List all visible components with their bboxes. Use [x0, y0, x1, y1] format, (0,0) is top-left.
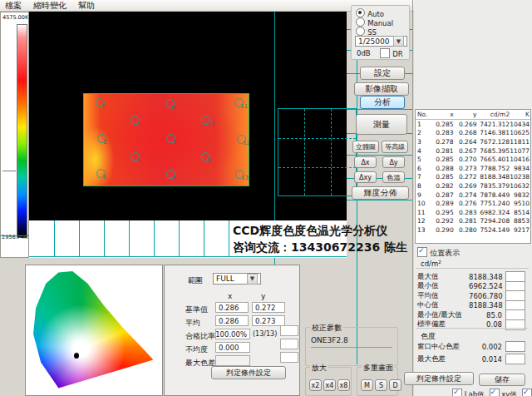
measure-point-number: 9 [207, 157, 210, 164]
stat-value: 8188.348 [469, 273, 502, 281]
table-row[interactable]: 40.2810.2677685.39511077 [416, 146, 530, 156]
settings-button[interactable]: 設定 [360, 67, 405, 80]
measure-point[interactable]: 2 [97, 134, 106, 143]
measure-point[interactable]: 10 [201, 116, 210, 125]
table-cell: 10632 [510, 182, 530, 190]
table-cell: 0.264 [454, 138, 477, 146]
multiview-S-button[interactable]: S [375, 379, 387, 391]
table-row[interactable]: 90.2870.2747878.4499832 [416, 191, 530, 200]
measure-point[interactable]: 8 [166, 170, 175, 179]
table-row[interactable]: 30.2780.2647672.12811811 [416, 137, 530, 146]
measure-point[interactable]: 6 [165, 99, 175, 108]
measure-point-number: 8 [172, 175, 175, 181]
range-label: 範圍 [188, 275, 203, 286]
table-cell: 6982.324 [476, 209, 510, 216]
colorbar-panel: 4575.00K 2956.74K [0, 12, 29, 258]
range-x-field: 0.286 [215, 315, 249, 326]
result-box [280, 352, 298, 363]
menu-item[interactable]: 縮時變化 [33, 0, 66, 12]
table-cell: 7788.752 [476, 165, 510, 172]
luminance-dist-button[interactable]: 輝度分佈 [352, 186, 409, 200]
table-row[interactable]: 120.2920.2817294.2088853 [416, 217, 530, 226]
table-row[interactable]: 130.2900.2807524.1499217 [416, 225, 530, 235]
pass-count: (13/13) [253, 330, 277, 338]
analyze-button[interactable]: 分析 [360, 96, 405, 109]
multiview-groupbox: 多重畫面 MSD [357, 367, 398, 396]
dr-checkbox[interactable]: DR [380, 48, 403, 58]
zoom-x8-button[interactable]: x8 [337, 379, 350, 391]
table-cell: 11077 [510, 147, 530, 155]
contour-button[interactable]: 等高線 [382, 141, 408, 153]
table-row[interactable]: 50.2850.2707665.40110416 [416, 155, 530, 164]
chroma-value: 0.014 [469, 355, 502, 364]
measure-point[interactable]: 4 [131, 152, 140, 161]
measure-button[interactable]: 測量 [356, 114, 407, 135]
watermark-line2: 咨询交流：13430672236 陈生 [233, 239, 407, 255]
delta-x-button[interactable]: Δx [354, 156, 377, 168]
table-row[interactable]: 80.2820.2697835.37910632 [416, 181, 530, 191]
measure-point-number: 6 [171, 104, 175, 111]
shutter-value: 1/25000 [358, 37, 389, 46]
overlay-hline [347, 200, 413, 200]
delta-xy-button[interactable]: Δxy [354, 171, 377, 183]
measure-point[interactable]: 7 [166, 134, 175, 143]
stat-value: 85.0 [469, 311, 502, 319]
zoom-x2-button[interactable]: x2 [309, 379, 322, 391]
measure-point[interactable]: 9 [201, 152, 210, 161]
table-cell: 0.269 [454, 182, 477, 190]
position-display-label: 位置表示 [430, 249, 460, 257]
table-cell: 13 [416, 226, 431, 234]
position-display-checkbox[interactable]: 位置表示 [417, 247, 460, 259]
output-checkbox[interactable]: Lab值 [452, 389, 485, 396]
chroma-result-box [505, 354, 525, 364]
table-row[interactable]: 70.2850.2728188.34810238 [416, 173, 530, 182]
color-scale-gradient [17, 24, 27, 238]
menu-item[interactable]: 幫助 [78, 0, 95, 12]
judge-condition-button[interactable]: 判定條件設定 [404, 372, 474, 385]
radio-manual-icon [356, 17, 365, 27]
range-row-label: 基準值 [185, 304, 208, 315]
delta-y-button[interactable]: Δy [382, 156, 405, 168]
save-button[interactable]: 儲存 [479, 374, 525, 386]
multiview-M-button[interactable]: M [361, 379, 373, 391]
cct-button[interactable]: 色溫 [382, 171, 405, 183]
table-cell: 0.272 [454, 173, 477, 181]
table-row[interactable]: 100.2890.2767751.2409510 [416, 199, 530, 208]
measure-point[interactable]: 11 [234, 98, 244, 107]
table-row[interactable]: 60.2880.2737788.7529834 [416, 164, 530, 173]
table-cell: 10 [416, 200, 431, 207]
measure-point[interactable]: 1 [96, 98, 105, 107]
multiview-D-button[interactable]: D [389, 379, 401, 391]
table-row[interactable]: 10.2850.2697421.31210434 [416, 120, 530, 129]
measure-point[interactable]: 12 [237, 135, 246, 144]
measurement-table[interactable]: No.x ycd/m2 K 10.2850.2697421.3121043420… [415, 109, 531, 244]
shutter-dropdown[interactable]: 1/25000▼ [355, 36, 407, 47]
table-cell: 10416 [510, 156, 530, 163]
range-panel: 範圍 FULL▼ x y 基準值 0.286 0.272平均 0.286 0.2… [164, 265, 300, 396]
table-row[interactable]: 20.2830.2687146.38110625 [416, 129, 530, 138]
measure-point[interactable]: 3 [96, 169, 106, 178]
range-dropdown[interactable]: FULL▼ [213, 273, 261, 285]
measure-point[interactable]: 13 [235, 170, 244, 179]
table-cell: 10434 [510, 121, 530, 128]
range-value: FULL [216, 275, 234, 283]
capture-button[interactable]: 影像擷取 [354, 82, 409, 96]
output-checkbox[interactable]: xy值 [490, 389, 517, 396]
zoom-x4-button[interactable]: x4 [323, 379, 336, 391]
table-cell: 9510 [510, 200, 530, 207]
menu-item[interactable]: 檔案 [5, 0, 22, 12]
measure-point[interactable]: 5 [131, 116, 140, 125]
view3d-button[interactable]: 立體圖 [352, 141, 379, 153]
colorbar-tick [2, 171, 16, 171]
stat-value: 6962.524 [469, 282, 502, 290]
table-row[interactable]: 110.2950.2836982.3248514 [416, 208, 530, 217]
measure-point-number: 3 [102, 174, 106, 181]
table-cell: 0.276 [454, 200, 477, 207]
table-cell: 0.283 [431, 129, 454, 136]
table-cell: 6 [416, 165, 431, 172]
output-checkbox[interactable]: 影像值 [522, 389, 532, 396]
table-cell: 10625 [510, 129, 530, 136]
chevron-down-icon: ▼ [393, 36, 404, 47]
judge-condition-button[interactable]: 判定條件設定 [211, 366, 286, 379]
white-point-marker [74, 353, 79, 359]
